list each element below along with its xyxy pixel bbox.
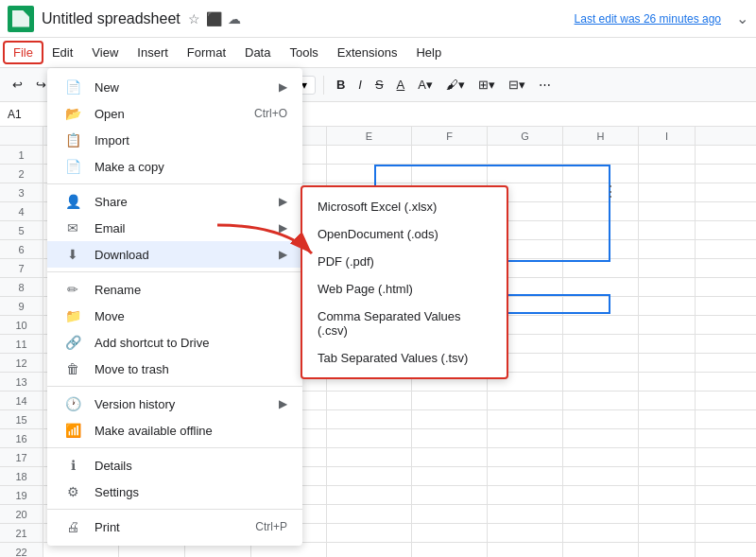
grid-cell[interactable] xyxy=(563,429,639,448)
grid-cell[interactable] xyxy=(563,297,639,316)
menu-tools[interactable]: Tools xyxy=(280,42,327,63)
more-button[interactable]: ⋯ xyxy=(534,76,556,94)
grid-cell[interactable] xyxy=(327,543,412,557)
file-menu-item-share[interactable]: 👤Share▶ xyxy=(47,188,302,215)
download-submenu-item[interactable]: Web Page (.html) xyxy=(302,275,507,303)
drive-icon[interactable]: ⬛ xyxy=(206,11,222,26)
grid-cell[interactable] xyxy=(488,524,563,543)
grid-cell[interactable] xyxy=(639,335,696,354)
grid-cell[interactable] xyxy=(639,259,696,278)
menu-data[interactable]: Data xyxy=(235,42,280,63)
grid-cell[interactable] xyxy=(488,467,563,486)
grid-cell[interactable] xyxy=(563,335,639,354)
file-menu-item-new[interactable]: 📄New▶ xyxy=(47,74,302,100)
grid-cell[interactable] xyxy=(327,165,412,183)
file-menu-item-move[interactable]: 📁Move xyxy=(47,303,302,329)
grid-cell[interactable] xyxy=(563,259,639,278)
grid-cell[interactable] xyxy=(327,429,412,448)
menu-help[interactable]: Help xyxy=(406,42,451,63)
grid-cell[interactable] xyxy=(327,410,412,429)
file-menu-item-add-shortcut-to-drive[interactable]: 🔗Add shortcut to Drive xyxy=(47,329,302,356)
grid-cell[interactable] xyxy=(563,373,639,392)
grid-cell[interactable] xyxy=(563,146,639,165)
grid-cell[interactable] xyxy=(639,467,696,486)
file-menu-item-settings[interactable]: ⚙Settings xyxy=(47,479,302,505)
menu-file[interactable]: File xyxy=(4,42,43,63)
download-submenu-item[interactable]: Comma Separated Values (.csv) xyxy=(302,303,507,344)
grid-cell[interactable] xyxy=(639,146,696,165)
grid-cell[interactable] xyxy=(639,240,696,259)
grid-cell[interactable] xyxy=(639,486,696,505)
file-menu-item-import[interactable]: 📋Import xyxy=(47,127,302,153)
file-menu-item-details[interactable]: ℹDetails xyxy=(47,452,302,479)
grid-cell[interactable] xyxy=(488,543,563,557)
menu-view[interactable]: View xyxy=(82,42,128,63)
strikethrough-button[interactable]: S xyxy=(370,76,388,94)
grid-cell[interactable] xyxy=(488,429,563,448)
grid-cell[interactable] xyxy=(563,486,639,505)
grid-cell[interactable] xyxy=(488,392,563,410)
grid-cell[interactable] xyxy=(412,410,488,429)
download-submenu-item[interactable]: Microsoft Excel (.xlsx) xyxy=(302,193,507,220)
grid-cell[interactable] xyxy=(639,429,696,448)
grid-cell[interactable] xyxy=(412,467,488,486)
grid-cell[interactable] xyxy=(639,221,696,240)
grid-cell[interactable] xyxy=(412,543,488,557)
download-submenu-item[interactable]: OpenDocument (.ods) xyxy=(302,220,507,248)
last-edit-label[interactable]: Last edit was 26 minutes ago xyxy=(575,12,721,26)
file-menu-item-open[interactable]: 📂OpenCtrl+O xyxy=(47,100,302,127)
grid-cell[interactable] xyxy=(327,524,412,543)
grid-cell[interactable] xyxy=(412,448,488,467)
grid-cell[interactable] xyxy=(639,448,696,467)
grid-cell[interactable] xyxy=(412,392,488,410)
grid-cell[interactable] xyxy=(639,278,696,297)
file-menu-item-rename[interactable]: ✏Rename xyxy=(47,276,302,303)
download-submenu-item[interactable]: Tab Separated Values (.tsv) xyxy=(302,344,507,372)
grid-cell[interactable] xyxy=(639,316,696,335)
file-menu-item-download[interactable]: ⬇Download▶ xyxy=(47,241,302,268)
grid-cell[interactable] xyxy=(563,183,639,202)
file-menu-item-move-to-trash[interactable]: 🗑Move to trash xyxy=(47,356,302,382)
file-menu-item-email[interactable]: ✉Email▶ xyxy=(47,215,302,241)
grid-cell[interactable] xyxy=(563,240,639,259)
grid-cell[interactable] xyxy=(563,316,639,335)
grid-cell[interactable] xyxy=(327,146,412,165)
underline-button[interactable]: A xyxy=(392,76,410,94)
grid-cell[interactable] xyxy=(639,202,696,221)
grid-cell[interactable] xyxy=(412,524,488,543)
menu-edit[interactable]: Edit xyxy=(43,42,82,63)
grid-cell[interactable] xyxy=(412,486,488,505)
expand-icon[interactable]: ⌄ xyxy=(736,9,748,27)
italic-button[interactable]: I xyxy=(353,76,367,94)
grid-cell[interactable] xyxy=(327,392,412,410)
grid-cell[interactable] xyxy=(488,410,563,429)
file-menu-item-make-available-offline[interactable]: 📶Make available offline xyxy=(47,417,302,444)
menu-extensions[interactable]: Extensions xyxy=(328,42,407,63)
menu-insert[interactable]: Insert xyxy=(128,42,178,63)
grid-cell[interactable] xyxy=(488,448,563,467)
highlight-button[interactable]: 🖌▾ xyxy=(441,76,470,94)
grid-cell[interactable] xyxy=(327,467,412,486)
file-menu-item-print[interactable]: 🖨PrintCtrl+P xyxy=(47,513,302,540)
grid-cell[interactable] xyxy=(563,221,639,240)
grid-cell[interactable] xyxy=(563,202,639,221)
grid-cell[interactable] xyxy=(412,505,488,524)
grid-cell[interactable] xyxy=(563,278,639,297)
grid-cell[interactable] xyxy=(563,410,639,429)
grid-cell[interactable] xyxy=(639,543,696,557)
grid-cell[interactable] xyxy=(639,505,696,524)
grid-cell[interactable] xyxy=(639,183,696,202)
star-icon[interactable]: ☆ xyxy=(188,11,200,26)
merge-button[interactable]: ⊟▾ xyxy=(504,76,530,94)
grid-cell[interactable] xyxy=(639,410,696,429)
bold-button[interactable]: B xyxy=(332,76,350,94)
grid-cell[interactable] xyxy=(327,505,412,524)
grid-cell[interactable] xyxy=(327,486,412,505)
grid-cell[interactable] xyxy=(327,448,412,467)
grid-cell[interactable] xyxy=(639,297,696,316)
grid-cell[interactable] xyxy=(412,165,488,183)
grid-cell[interactable] xyxy=(639,524,696,543)
grid-cell[interactable] xyxy=(563,543,639,557)
grid-cell[interactable] xyxy=(488,165,563,183)
grid-cell[interactable] xyxy=(563,467,639,486)
